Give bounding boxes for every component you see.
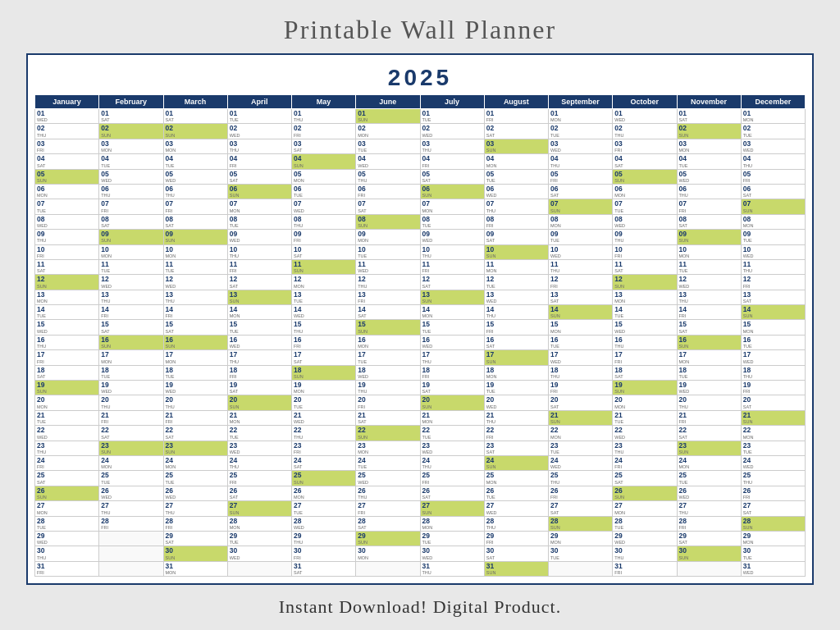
day-of-week: FRI bbox=[358, 510, 418, 515]
day-number: 22 bbox=[550, 427, 610, 434]
calendar-cell: 03WED bbox=[549, 139, 613, 153]
calendar-cell: 10FRI bbox=[35, 244, 99, 259]
day-number: 23 bbox=[679, 442, 739, 450]
calendar-cell: 16SAT bbox=[484, 335, 548, 349]
calendar-cell: 29SUN bbox=[356, 531, 420, 546]
calendar-cell: 02MON bbox=[356, 124, 420, 139]
day-number: 29 bbox=[422, 532, 482, 540]
day-of-week: MON bbox=[422, 313, 482, 318]
calendar-cell: 18FRI bbox=[420, 365, 484, 380]
day-number: 01 bbox=[294, 110, 354, 117]
calendar-cell: 18SAT bbox=[35, 365, 99, 380]
calendar-cell: 08SAT bbox=[99, 214, 163, 229]
day-number: 09 bbox=[614, 231, 674, 238]
calendar-cell: 27MON bbox=[35, 501, 99, 516]
calendar-cell: 19FRI bbox=[741, 381, 805, 395]
day-number: 04 bbox=[422, 155, 482, 162]
day-of-week: TUE bbox=[614, 419, 674, 424]
day-number: 11 bbox=[166, 261, 226, 268]
calendar-cell: 23THU bbox=[613, 441, 677, 455]
day-of-week: MON bbox=[230, 208, 290, 213]
day-of-week: WED bbox=[550, 148, 610, 153]
day-number: 06 bbox=[550, 185, 610, 193]
calendar-cell: 13SUN bbox=[420, 290, 484, 304]
year-header: 2025 bbox=[34, 62, 806, 94]
day-number: 28 bbox=[230, 518, 290, 525]
calendar-cell: 04MON bbox=[484, 154, 548, 169]
day-of-week: MON bbox=[358, 344, 418, 349]
calendar-cell: 13THU bbox=[163, 290, 227, 304]
day-number: 12 bbox=[743, 276, 803, 283]
day-of-week: WED bbox=[230, 238, 290, 243]
calendar-cell: 13THU bbox=[99, 290, 163, 304]
day-number: 26 bbox=[166, 487, 226, 495]
calendar-cell: 12FRI bbox=[741, 275, 805, 290]
day-of-week: SAT bbox=[614, 268, 674, 273]
calendar-cell: 27SUN bbox=[420, 501, 484, 516]
calendar-cell: 22MON bbox=[549, 426, 613, 441]
day-of-week: SAT bbox=[230, 178, 290, 183]
day-number: 03 bbox=[486, 140, 546, 148]
calendar-cell: 24SAT bbox=[292, 455, 356, 470]
day-of-week: WED bbox=[294, 313, 354, 318]
day-of-week: TUE bbox=[422, 223, 482, 228]
day-number: 05 bbox=[101, 171, 161, 178]
calendar-cell: 23WED bbox=[420, 441, 484, 455]
calendar-cell: 09WED bbox=[227, 230, 291, 244]
day-of-week: THU bbox=[230, 359, 290, 364]
calendar-cell: 26SAT bbox=[227, 486, 291, 500]
day-number: 09 bbox=[101, 231, 161, 238]
day-number: 23 bbox=[486, 442, 546, 450]
day-number: 26 bbox=[294, 487, 354, 495]
day-of-week: SUN bbox=[101, 344, 161, 349]
day-of-week: WED bbox=[486, 193, 546, 198]
calendar-cell: 23TUE bbox=[741, 441, 805, 455]
calendar-cell: 03MON bbox=[99, 139, 163, 153]
day-of-week: THU bbox=[422, 253, 482, 258]
day-of-week: SAT bbox=[422, 284, 482, 289]
day-number: 13 bbox=[422, 291, 482, 299]
day-of-week: SUN bbox=[230, 299, 290, 304]
day-of-week: SAT bbox=[679, 540, 739, 545]
day-of-week: FRI bbox=[294, 555, 354, 560]
day-of-week: SAT bbox=[358, 208, 418, 213]
day-number: 13 bbox=[486, 291, 546, 299]
day-number: 06 bbox=[358, 185, 418, 193]
calendar-cell: 20WED bbox=[484, 395, 548, 410]
calendar-cell: 13THU bbox=[677, 290, 741, 304]
day-number: 11 bbox=[486, 261, 546, 268]
day-of-week: FRI bbox=[294, 133, 354, 138]
calendar-cell: 08SAT bbox=[677, 214, 741, 229]
calendar-cell: 21WED bbox=[292, 410, 356, 425]
day-number: 01 bbox=[358, 110, 418, 117]
calendar-cell: 24WED bbox=[549, 455, 613, 470]
day-number: 13 bbox=[166, 291, 226, 299]
calendar-cell: 06MON bbox=[35, 184, 99, 199]
day-number: 04 bbox=[166, 155, 226, 162]
day-number: 27 bbox=[743, 502, 803, 509]
day-number: 16 bbox=[550, 336, 610, 344]
day-of-week: MON bbox=[614, 404, 674, 409]
calendar-cell: 28SUN bbox=[741, 516, 805, 531]
day-number: 27 bbox=[37, 502, 97, 509]
day-number: 17 bbox=[166, 351, 226, 358]
calendar-cell: 11TUE bbox=[99, 259, 163, 274]
day-of-week: FRI bbox=[486, 540, 546, 545]
day-number: 08 bbox=[101, 216, 161, 223]
calendar-cell: 09FRI bbox=[292, 230, 356, 244]
day-number: 08 bbox=[550, 216, 610, 223]
calendar-cell: 05SAT bbox=[420, 169, 484, 184]
day-of-week: SUN bbox=[358, 435, 418, 440]
day-number: 24 bbox=[550, 457, 610, 464]
day-number: 05 bbox=[550, 171, 610, 178]
calendar-cell: 12FRI bbox=[549, 275, 613, 290]
day-of-week: SAT bbox=[294, 359, 354, 364]
calendar-cell: 20SUN bbox=[227, 395, 291, 410]
day-of-week: WED bbox=[679, 284, 739, 289]
day-of-week: FRI bbox=[743, 284, 803, 289]
day-of-week: SUN bbox=[614, 389, 674, 394]
day-number: 04 bbox=[679, 155, 739, 162]
calendar-cell: 27THU bbox=[163, 501, 227, 516]
day-number: 09 bbox=[358, 231, 418, 238]
day-of-week: SAT bbox=[614, 480, 674, 485]
